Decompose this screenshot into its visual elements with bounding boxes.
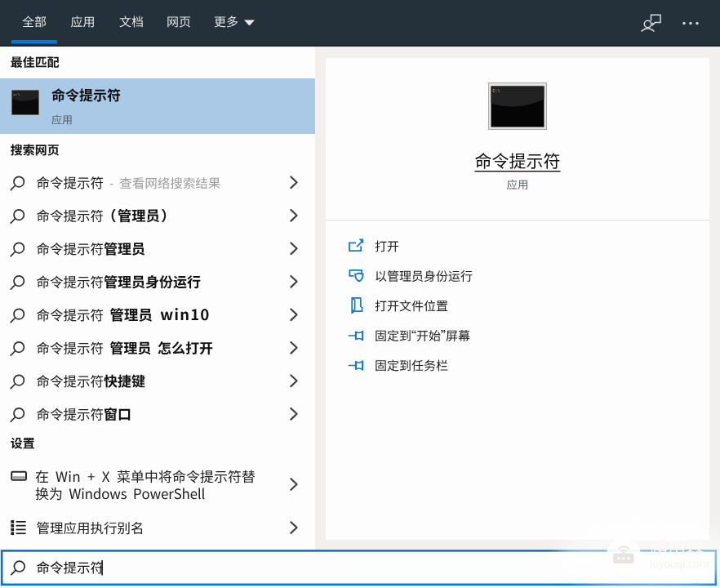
svg-text:C:\: C:\ [493, 89, 500, 94]
svg-text:C:\: C:\ [14, 93, 20, 96]
